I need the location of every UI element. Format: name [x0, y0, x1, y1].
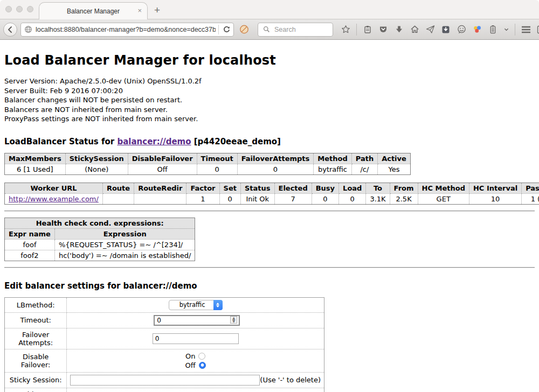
- search-input[interactable]: [274, 26, 328, 33]
- col-worker-url: Worker URL: [5, 183, 103, 193]
- cell-busy: 0: [312, 193, 338, 204]
- divider: [4, 267, 535, 268]
- cell-to: 3.1K: [366, 193, 390, 204]
- table-header-row: Worker URL Route RouteRedir Factor Set S…: [5, 183, 539, 193]
- pocket-icon[interactable]: [378, 25, 388, 34]
- failover-attempts-label: Failover Attempts:: [5, 328, 67, 349]
- cell-maxmembers: 6 [1 Used]: [5, 164, 66, 174]
- lbmethod-select[interactable]: bytraffic: [169, 300, 223, 310]
- zoom-window-button[interactable]: [27, 6, 33, 12]
- cell-set: 0: [219, 193, 240, 204]
- cell-method: bytraffic: [314, 164, 351, 174]
- cell-timeout: 0: [197, 164, 237, 174]
- cell-active: Yes: [378, 164, 411, 174]
- worker-url-link[interactable]: http://www.example.com/: [9, 195, 99, 203]
- url-text[interactable]: localhost:8880/balancer-manager?b=demo&n…: [36, 26, 216, 33]
- close-window-button[interactable]: [5, 6, 12, 12]
- clipboard-icon[interactable]: [363, 25, 372, 34]
- save-square-icon[interactable]: [441, 25, 451, 34]
- cell-load: 0: [339, 193, 366, 204]
- url-bar[interactable]: localhost:8880/balancer-manager?b=demo&n…: [20, 23, 234, 37]
- cell-factor: 1: [186, 193, 219, 204]
- balancer-status-table: MaxMembers StickySession DisableFailover…: [4, 153, 411, 175]
- search-bar[interactable]: [258, 23, 333, 37]
- lb-status-prefix: LoadBalancer Status for: [4, 137, 117, 146]
- navigation-toolbar: localhost:8880/balancer-manager?b=demo&n…: [0, 19, 539, 40]
- cell-hc-method: GET: [418, 193, 469, 204]
- notice-balancers: Balancers are NOT inherited from main se…: [4, 105, 535, 115]
- color-dots-icon[interactable]: [472, 25, 482, 34]
- browser-window: Balancer Manager × + localhost:8880/bala…: [0, 0, 539, 392]
- table-row: foof %{REQUEST_STATUS} =~ /^[234]/: [5, 239, 195, 250]
- disable-failover-off-radio[interactable]: [199, 362, 206, 369]
- col-expr-name: Expr name: [5, 228, 55, 239]
- table-header-row: MaxMembers StickySession DisableFailover…: [5, 153, 411, 164]
- table-header-row: Expr name Expression: [5, 228, 195, 239]
- battery-icon[interactable]: [488, 25, 497, 34]
- reload-icon[interactable]: [222, 25, 231, 34]
- cell-route: [102, 193, 134, 204]
- col-active: Active: [378, 153, 411, 164]
- cell-expr-name: foof: [5, 239, 55, 250]
- downloads-icon[interactable]: [394, 25, 404, 34]
- col-from: From: [390, 183, 418, 193]
- table-row: foof2 hc('body') =~ /domain is establish…: [5, 250, 195, 261]
- form-row-lbmethod: LBmethod: bytraffic: [5, 297, 324, 312]
- balancer-demo-link[interactable]: balancer://demo: [117, 137, 191, 146]
- radio-on-label: On: [185, 352, 195, 360]
- select-stepper-icon: [213, 300, 223, 310]
- timeout-label: Timeout:: [5, 312, 67, 328]
- timeout-input[interactable]: [154, 315, 240, 326]
- col-hc-method: HC Method: [418, 183, 469, 193]
- spinner-icon[interactable]: ▲▼: [230, 316, 237, 324]
- cell-expression: %{REQUEST_STATUS} =~ /^[234]/: [54, 239, 195, 250]
- notice-persist: Balancer changes will NOT be persisted o…: [4, 95, 535, 105]
- home-icon[interactable]: [410, 25, 419, 34]
- sticky-session-hint: (Use '-' to delete): [260, 376, 321, 384]
- cell-failoverattempts: 0: [237, 164, 314, 174]
- bookmark-star-icon[interactable]: [341, 25, 350, 34]
- chat-smiley-icon[interactable]: [457, 25, 466, 34]
- new-tab-button[interactable]: +: [154, 4, 160, 16]
- minimize-window-button[interactable]: [16, 6, 23, 12]
- cell-hc-interval: 10: [469, 193, 521, 204]
- form-row-sticky-session: Sticky Session: (Use '-' to delete): [5, 372, 324, 388]
- server-version: Server Version: Apache/2.5.0-dev (Unix) …: [4, 76, 535, 86]
- disable-failover-label: Disable Failover:: [5, 349, 67, 372]
- tab-title: Balancer Manager: [67, 8, 120, 15]
- menu-icon[interactable]: [521, 25, 531, 34]
- table-title-row: Health check cond. expressions:: [5, 218, 195, 228]
- send-icon[interactable]: [425, 25, 435, 34]
- search-icon: [261, 25, 271, 34]
- col-route: Route: [102, 183, 134, 193]
- disable-failover-on-radio[interactable]: [198, 353, 205, 360]
- server-info: Server Version: Apache/2.5.0-dev (Unix) …: [4, 76, 535, 124]
- radio-off-label: Off: [185, 361, 196, 369]
- cell-stickysession: (None): [65, 164, 128, 174]
- edit-balancer-form: LBmethod: bytraffic Timeout: ▲▼ Failover…: [4, 297, 324, 392]
- back-button[interactable]: [3, 23, 17, 37]
- lbmethod-selected-value: bytraffic: [176, 301, 209, 309]
- col-method: Method: [314, 153, 351, 164]
- worker-status-table: Worker URL Route RouteRedir Factor Set S…: [4, 183, 539, 205]
- grid-icon[interactable]: [537, 25, 539, 34]
- failover-attempts-input[interactable]: [153, 333, 239, 344]
- blocked-plugin-icon[interactable]: [239, 25, 249, 34]
- cell-elected: 7: [274, 193, 312, 204]
- lbmethod-label: LBmethod:: [5, 297, 67, 312]
- col-disablefailover: DisableFailover: [128, 153, 197, 164]
- health-check-table: Health check cond. expressions: Expr nam…: [4, 218, 195, 261]
- sticky-session-input[interactable]: [70, 375, 260, 386]
- url-separator: [218, 25, 219, 34]
- tab-close-icon[interactable]: ×: [137, 7, 142, 14]
- col-expression: Expression: [54, 228, 195, 239]
- globe-icon: [23, 25, 33, 34]
- form-row-add-worker: Add New Worker: Are you sure?: [5, 388, 324, 392]
- window-controls[interactable]: [5, 6, 33, 12]
- cell-routeredir: [134, 193, 186, 204]
- toolbar-separator: [515, 24, 515, 36]
- table-row: http://www.example.com/ 1 0 Init Ok 7 0 …: [5, 193, 539, 204]
- dropdown-caret-icon[interactable]: [503, 25, 509, 34]
- tab-bar: Balancer Manager × +: [0, 0, 539, 19]
- tab-balancer-manager[interactable]: Balancer Manager ×: [39, 2, 148, 19]
